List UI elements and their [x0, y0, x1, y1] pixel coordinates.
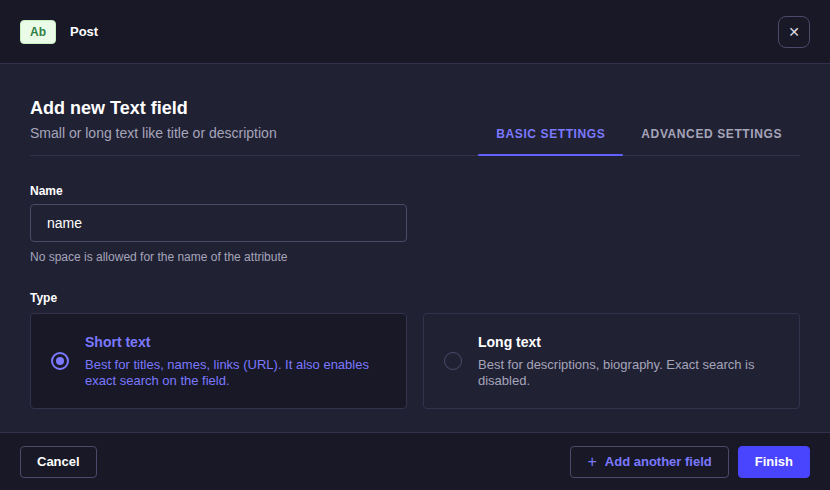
type-field-label: Type [30, 291, 800, 305]
radio-selected-icon[interactable] [51, 352, 69, 370]
type-option-title: Long text [478, 334, 775, 350]
modal-subtitle: Small or long text like title or descrip… [30, 125, 277, 141]
close-icon: ✕ [788, 25, 800, 39]
type-option-long-text[interactable]: Long text Best for descriptions, biograp… [423, 313, 800, 409]
name-field-label: Name [30, 184, 800, 198]
radio-unselected-icon[interactable] [444, 352, 462, 370]
modal-body: Add new Text field Small or long text li… [0, 64, 830, 432]
name-field-hint: No space is allowed for the name of the … [30, 250, 800, 264]
type-option-text: Short text Best for titles, names, links… [85, 334, 382, 389]
content-type-title: Post [70, 24, 98, 39]
type-field-section: Type Short text Best for titles, names, … [30, 291, 800, 409]
tab-basic-settings[interactable]: BASIC SETTINGS [478, 113, 623, 155]
title-block: Add new Text field Small or long text li… [30, 64, 277, 155]
type-option-title: Short text [85, 334, 382, 350]
add-another-field-button[interactable]: + Add another field [570, 446, 728, 478]
name-input[interactable] [30, 204, 407, 242]
modal-header: Ab Post ✕ [0, 0, 830, 64]
close-button[interactable]: ✕ [778, 16, 810, 48]
intro-row: Add new Text field Small or long text li… [30, 64, 800, 156]
tab-advanced-settings[interactable]: ADVANCED SETTINGS [623, 113, 800, 155]
type-option-text: Long text Best for descriptions, biograp… [478, 334, 775, 389]
content-type-badge: Ab [20, 20, 56, 44]
modal-footer: Cancel + Add another field Finish [0, 432, 830, 490]
modal-title: Add new Text field [30, 98, 277, 119]
cancel-button[interactable]: Cancel [20, 446, 97, 478]
add-another-field-label: Add another field [605, 454, 712, 469]
plus-icon: + [587, 454, 596, 470]
type-option-short-text[interactable]: Short text Best for titles, names, links… [30, 313, 407, 409]
type-options: Short text Best for titles, names, links… [30, 313, 800, 409]
footer-actions: + Add another field Finish [570, 446, 810, 478]
settings-tabs: BASIC SETTINGS ADVANCED SETTINGS [478, 113, 800, 155]
finish-button[interactable]: Finish [738, 446, 810, 478]
type-option-description: Best for titles, names, links (URL). It … [85, 357, 382, 389]
add-field-modal: Ab Post ✕ Add new Text field Small or lo… [0, 0, 830, 490]
name-field-section: Name No space is allowed for the name of… [30, 184, 800, 264]
type-option-description: Best for descriptions, biography. Exact … [478, 357, 775, 389]
